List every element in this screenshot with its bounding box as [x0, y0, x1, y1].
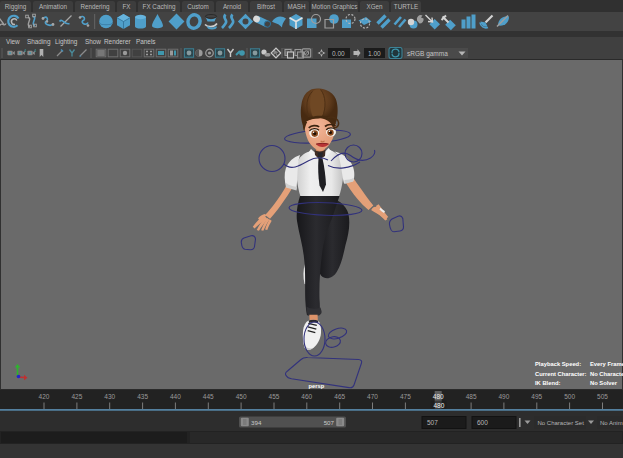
- svg-text:IK Blend:: IK Blend:: [535, 380, 561, 386]
- svg-text:persp: persp: [309, 383, 325, 389]
- svg-text:480: 480: [434, 402, 445, 409]
- svg-text:430: 430: [104, 393, 115, 400]
- svg-text:Current Character:: Current Character:: [535, 371, 587, 377]
- svg-text:490: 490: [498, 393, 509, 400]
- svg-text:507: 507: [427, 419, 438, 426]
- svg-text:480: 480: [433, 393, 444, 400]
- svg-text:Every Frame: Every Frame: [590, 361, 623, 367]
- svg-text:495: 495: [531, 393, 542, 400]
- svg-text:500: 500: [564, 393, 575, 400]
- svg-text:0.00: 0.00: [332, 50, 345, 57]
- svg-text:455: 455: [269, 393, 280, 400]
- svg-text:No Character: No Character: [590, 371, 623, 377]
- svg-text:394: 394: [251, 419, 262, 426]
- svg-text:1.00: 1.00: [368, 50, 381, 57]
- svg-text:460: 460: [301, 393, 312, 400]
- svg-text:435: 435: [137, 393, 148, 400]
- svg-text:505: 505: [597, 393, 608, 400]
- svg-text:420: 420: [39, 393, 50, 400]
- svg-text:No Anim L: No Anim L: [600, 420, 623, 426]
- svg-text:450: 450: [236, 393, 247, 400]
- svg-text:No Solver: No Solver: [590, 380, 618, 386]
- svg-text:440: 440: [170, 393, 181, 400]
- svg-text:4: 4: [24, 48, 27, 53]
- svg-text:No Character Set: No Character Set: [538, 420, 585, 426]
- svg-text:465: 465: [334, 393, 345, 400]
- svg-text:445: 445: [203, 393, 214, 400]
- svg-text:sRGB gamma: sRGB gamma: [407, 50, 448, 58]
- svg-text:507: 507: [324, 419, 335, 426]
- svg-text:470: 470: [367, 393, 378, 400]
- svg-text:425: 425: [71, 393, 82, 400]
- svg-text:Playback Speed:: Playback Speed:: [535, 361, 581, 367]
- svg-text:485: 485: [466, 393, 477, 400]
- svg-text:600: 600: [477, 419, 488, 426]
- svg-text:475: 475: [400, 393, 411, 400]
- svg-text:4: 4: [34, 48, 37, 53]
